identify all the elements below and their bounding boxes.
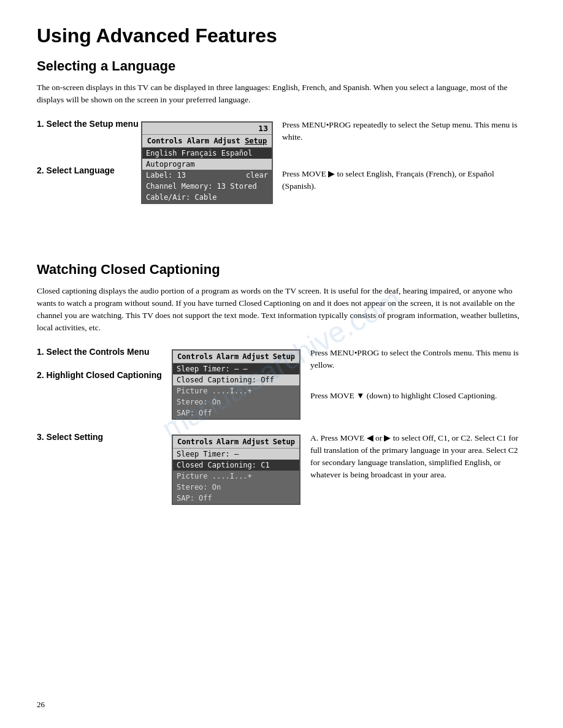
cc-menu1-row1: Sleep Timer: – – bbox=[173, 363, 299, 374]
cc-step2-label: 2. Highlight Closed Captioning bbox=[37, 370, 166, 380]
cc-menu2-row5: SAP: Off bbox=[173, 493, 299, 504]
cc-menu1-row4: Stereo: On bbox=[173, 396, 299, 408]
cc-menu2-setup: Setup bbox=[273, 438, 295, 446]
cc-menu1-adjust: Adjust bbox=[242, 352, 269, 361]
cc-step1-instruction: Press MENU•PROG to select the Controls m… bbox=[310, 348, 519, 370]
cc-menu2-controls: Controls bbox=[177, 438, 213, 446]
menu-setup: Setup bbox=[245, 137, 267, 145]
cc-step1-label: 1. Select the Controls Menu bbox=[37, 347, 166, 357]
menu-controls: Controls bbox=[147, 137, 183, 145]
menu-row-language: English Français Español bbox=[142, 148, 272, 159]
cc-menu1-setup: Setup bbox=[273, 352, 295, 361]
menu-alarm: Alarm bbox=[187, 137, 209, 145]
channel-number: 13 bbox=[258, 124, 268, 133]
menu-row-cable-air: Cable/Air: Cable bbox=[142, 192, 272, 203]
cc-menu1-alarm: Alarm bbox=[216, 352, 239, 361]
cc-menu2-row4: Stereo: On bbox=[173, 482, 299, 493]
cc-step3-row: 3. Select Setting Controls Alarm Adjust … bbox=[37, 432, 526, 505]
cc-menu2-row2: Closed Captioning: C1 bbox=[173, 460, 299, 471]
cc-step2-instruction: Press MOVE ▼ (down) to highlight Closed … bbox=[310, 391, 497, 400]
cc-menu2-image: Controls Alarm Adjust Setup Sleep Timer:… bbox=[172, 434, 301, 505]
cc-menu2-adjust: Adjust bbox=[242, 438, 269, 446]
page-number: 26 bbox=[37, 700, 45, 710]
cc-menu1-row3: Picture ....I...+ bbox=[173, 385, 299, 396]
setup-menu-image: 13 Controls Alarm Adjust Setup English F… bbox=[141, 121, 273, 204]
step2-instruction: Press MOVE ▶ to select English, Français… bbox=[282, 169, 494, 191]
cc-step1-row: 1. Select the Controls Menu 2. Highlight… bbox=[37, 347, 526, 420]
cc-menu1-image: Controls Alarm Adjust Setup Sleep Timer:… bbox=[172, 349, 301, 420]
cc-intro: Closed captioning displays the audio por… bbox=[37, 285, 526, 335]
cc-step3-instruction: A. Press MOVE ◀ or ▶ to select Off, C1, … bbox=[310, 433, 518, 480]
cc-menu2-row1: Sleep Timer: – bbox=[173, 449, 299, 460]
select-language-label: 2. Select Language bbox=[37, 165, 141, 175]
cc-menu1-controls: Controls bbox=[177, 352, 213, 361]
select-setup-label: 1. Select the Setup menu bbox=[37, 119, 141, 129]
menu-row-label: Label: 13clear bbox=[142, 170, 272, 181]
menu-row-channel-memory: Channel Memory: 13 Stored bbox=[142, 181, 272, 192]
step1-instruction: Press MENU•PROG repeatedly to select the… bbox=[282, 120, 518, 142]
page-title: Using Advanced Features bbox=[37, 25, 526, 47]
cc-menu2-row3: Picture ....I...+ bbox=[173, 471, 299, 482]
menu-row-autoprogram: Autoprogram bbox=[142, 159, 272, 170]
selecting-language-title: Selecting a Language bbox=[37, 58, 526, 74]
cc-section-title: Watching Closed Captioning bbox=[37, 262, 526, 278]
selecting-language-intro: The on-screen displays in this TV can be… bbox=[37, 82, 526, 107]
cc-menu1-row2: Closed Captioning: Off bbox=[173, 374, 299, 385]
cc-step3-label: 3. Select Setting bbox=[37, 432, 166, 442]
cc-menu1-row5: SAP: Off bbox=[173, 408, 299, 419]
menu-adjust: Adjust bbox=[213, 137, 240, 145]
cc-menu2-alarm: Alarm bbox=[216, 438, 239, 446]
